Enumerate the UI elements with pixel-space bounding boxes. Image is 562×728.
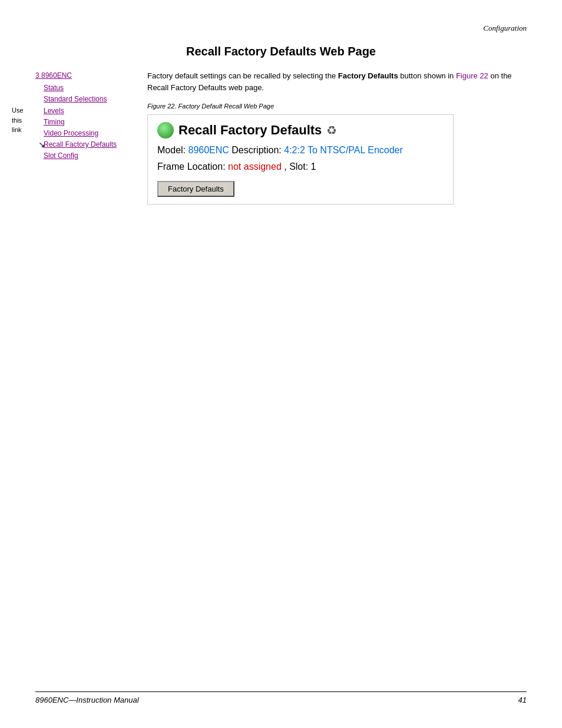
frame-slot-label: , Slot: bbox=[284, 162, 308, 172]
content-area: Use this link 3 8960ENC Status Standard … bbox=[35, 70, 527, 205]
page-footer: 8960ENC—Instruction Manual 41 bbox=[35, 691, 527, 704]
description-value: 4:2:2 To NTSC/PAL Encoder bbox=[284, 145, 403, 155]
use-text-line2: this bbox=[12, 116, 24, 126]
model-label: Model: bbox=[157, 145, 186, 155]
description-label: Description: bbox=[232, 145, 281, 155]
frame-slot-value: 1 bbox=[311, 162, 316, 172]
page-title: Recall Factory Defaults Web Page bbox=[35, 45, 527, 58]
page-header: Configuration bbox=[35, 24, 527, 33]
frame-label: Frame Location: bbox=[157, 162, 226, 172]
web-page-title: Recall Factory Defaults bbox=[178, 123, 322, 138]
page-container: Configuration Recall Factory Defaults We… bbox=[0, 0, 562, 728]
footer-right: 41 bbox=[518, 696, 527, 704]
arrow-indicator: ↘ bbox=[38, 140, 45, 149]
web-page-title-bar: Recall Factory Defaults ♻ bbox=[157, 122, 444, 139]
nav-item-8960enc[interactable]: 3 8960ENC bbox=[35, 70, 135, 81]
intro-text-after: button shown in bbox=[398, 71, 456, 80]
figure-link[interactable]: Figure 22 bbox=[456, 71, 488, 80]
footer-left: 8960ENC—Instruction Manual bbox=[35, 696, 139, 704]
model-info-line: Model: 8960ENC Description: 4:2:2 To NTS… bbox=[157, 143, 444, 157]
nav-item-standard-selections[interactable]: Standard Selections bbox=[44, 94, 135, 105]
green-circle-icon bbox=[157, 122, 174, 139]
frame-info-line: Frame Location: not assigned , Slot: 1 bbox=[157, 160, 444, 174]
factory-defaults-button[interactable]: Factory Defaults bbox=[157, 181, 234, 197]
nav-item-video-processing[interactable]: Video Processing bbox=[44, 128, 135, 139]
bold-factory-defaults: Factory Defaults bbox=[338, 71, 398, 80]
nav-indent-group: Status Standard Selections Levels Timing… bbox=[35, 83, 135, 162]
header-label: Configuration bbox=[483, 24, 527, 32]
frame-not-assigned: not assigned bbox=[228, 162, 282, 172]
nav-item-status[interactable]: Status bbox=[44, 83, 135, 94]
nav-item-slot-config[interactable]: Slot Config bbox=[44, 150, 135, 162]
intro-text-before: Factory default settings can be recalled… bbox=[147, 71, 338, 80]
nav-item-levels[interactable]: Levels bbox=[44, 106, 135, 117]
recycle-icon: ♻ bbox=[326, 123, 337, 137]
main-content: Factory default settings can be recalled… bbox=[147, 70, 527, 205]
use-text-line1: Use bbox=[12, 106, 24, 116]
use-link-annotation: Use this link bbox=[12, 106, 24, 135]
nav-item-recall-factory-defaults[interactable]: Recall Factory Defaults bbox=[44, 139, 135, 150]
nav-item-timing[interactable]: Timing bbox=[44, 117, 135, 128]
figure-caption: Figure 22. Factory Default Recall Web Pa… bbox=[147, 103, 527, 110]
model-value: 8960ENC bbox=[188, 145, 229, 155]
use-text-line3: link bbox=[12, 125, 24, 135]
web-page-mockup: Recall Factory Defaults ♻ Model: 8960ENC… bbox=[147, 114, 454, 205]
intro-paragraph: Factory default settings can be recalled… bbox=[147, 70, 527, 93]
sidebar-nav: Use this link 3 8960ENC Status Standard … bbox=[35, 70, 135, 205]
